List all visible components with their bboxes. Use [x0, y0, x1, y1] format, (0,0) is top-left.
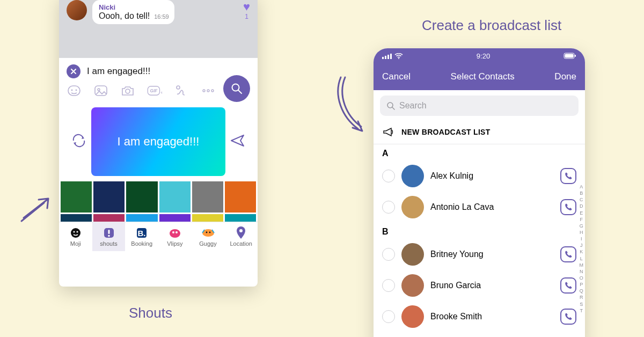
- avatar: [401, 243, 424, 266]
- index-letter[interactable]: O: [580, 275, 584, 281]
- section-header: A: [374, 144, 585, 160]
- contact-row[interactable]: Britney Young: [374, 239, 585, 270]
- camera-icon[interactable]: [120, 84, 135, 98]
- contacts-list: AAlex KulnigAntonio La CavaBBritney Youn…: [374, 144, 585, 332]
- index-letter[interactable]: G: [580, 223, 584, 229]
- viber-badge: [560, 199, 576, 215]
- alpha-index[interactable]: ABCDEFGHIJKLMNOPQRST: [580, 184, 584, 314]
- tab-vlipsy[interactable]: Vlipsy: [158, 222, 192, 251]
- index-letter[interactable]: H: [580, 229, 584, 236]
- svg-point-5: [126, 89, 130, 93]
- select-checkbox[interactable]: [382, 248, 395, 261]
- avatar: [401, 196, 424, 218]
- index-letter[interactable]: C: [580, 196, 584, 203]
- svg-point-4: [98, 89, 100, 91]
- index-letter[interactable]: L: [580, 255, 584, 262]
- bg-swatch[interactable]: [61, 214, 92, 222]
- svg-text:+: +: [160, 90, 162, 96]
- battery-icon: [564, 53, 576, 59]
- index-letter[interactable]: I: [580, 236, 584, 242]
- done-button[interactable]: Done: [554, 71, 576, 82]
- bg-swatch[interactable]: [126, 181, 157, 213]
- wifi-icon: [394, 53, 403, 59]
- send-button[interactable]: [225, 129, 250, 154]
- background-grid: [59, 181, 258, 222]
- search-fab[interactable]: [223, 75, 250, 102]
- bg-swatch[interactable]: [159, 181, 191, 213]
- svg-rect-36: [575, 55, 576, 57]
- index-letter[interactable]: E: [580, 210, 584, 216]
- index-letter[interactable]: T: [580, 307, 584, 314]
- bg-swatch[interactable]: [93, 181, 125, 213]
- index-letter[interactable]: D: [580, 203, 584, 209]
- reaction-heart[interactable]: ♥ 1: [243, 1, 250, 20]
- svg-text:GIF: GIF: [150, 89, 158, 93]
- cycle-button[interactable]: [67, 129, 91, 154]
- tab-shouts[interactable]: shouts: [92, 222, 126, 251]
- picture-icon[interactable]: [93, 84, 108, 98]
- sticker-icon[interactable]: [67, 84, 82, 98]
- index-letter[interactable]: K: [580, 248, 584, 255]
- select-checkbox[interactable]: [382, 310, 395, 323]
- bg-swatch[interactable]: [61, 181, 92, 213]
- more-icon[interactable]: [201, 84, 216, 98]
- cancel-button[interactable]: Cancel: [382, 71, 411, 82]
- contact-row[interactable]: Brooke Smith: [374, 301, 585, 332]
- index-letter[interactable]: R: [580, 294, 584, 301]
- shout-card[interactable]: I am engaged!!!: [91, 107, 225, 176]
- select-checkbox[interactable]: [382, 201, 395, 214]
- clear-button[interactable]: [67, 64, 80, 78]
- avatar[interactable]: [67, 0, 87, 20]
- contact-name: Brooke Smith: [430, 312, 554, 321]
- svg-rect-29: [382, 57, 384, 59]
- tab-guggy[interactable]: Guggy: [192, 222, 225, 251]
- svg-point-28: [239, 229, 243, 232]
- index-letter[interactable]: J: [580, 242, 584, 248]
- bg-swatch[interactable]: [192, 214, 223, 222]
- compose-input[interactable]: I am engaged!!!: [87, 66, 250, 77]
- caption-broadcast: Create a broadcast list: [422, 17, 561, 34]
- svg-point-24: [175, 231, 178, 233]
- gif-icon[interactable]: GIF+: [147, 84, 162, 98]
- index-letter[interactable]: Q: [580, 288, 584, 294]
- shouts-icon: [92, 225, 126, 240]
- doodle-icon[interactable]: [174, 84, 189, 98]
- index-letter[interactable]: A: [580, 184, 584, 190]
- index-letter[interactable]: P: [580, 281, 584, 288]
- search-input[interactable]: Search: [380, 96, 579, 116]
- svg-text:B.: B.: [138, 229, 146, 238]
- index-letter[interactable]: S: [580, 301, 584, 307]
- contact-row[interactable]: Alex Kulnig: [374, 160, 585, 192]
- new-broadcast-row[interactable]: NEW BROADCAST LIST: [374, 121, 585, 144]
- guggy-icon: [192, 225, 225, 240]
- svg-rect-35: [565, 54, 574, 58]
- svg-point-1: [71, 90, 73, 91]
- message-bubble[interactable]: Nicki Oooh, do tell! 16:59: [92, 0, 174, 24]
- bg-swatch[interactable]: [126, 214, 157, 222]
- tab-moji[interactable]: Moji: [59, 222, 92, 251]
- contact-name: Antonio La Cava: [430, 202, 554, 212]
- avatar: [401, 305, 424, 328]
- index-letter[interactable]: F: [580, 216, 584, 223]
- index-letter[interactable]: N: [580, 268, 584, 275]
- tool-row: GIF+: [59, 80, 258, 103]
- select-checkbox[interactable]: [382, 170, 395, 182]
- index-letter[interactable]: B: [580, 190, 584, 196]
- tab-booking[interactable]: B.Booking: [125, 222, 158, 251]
- bg-swatch[interactable]: [192, 181, 223, 213]
- tab-label: Booking: [125, 240, 158, 247]
- svg-point-9: [177, 86, 180, 89]
- moji-icon: [59, 225, 92, 240]
- bg-swatch[interactable]: [159, 214, 191, 222]
- index-letter[interactable]: M: [580, 262, 584, 268]
- bg-swatch[interactable]: [93, 214, 125, 222]
- bg-swatch[interactable]: [225, 181, 256, 213]
- svg-point-12: [211, 90, 214, 92]
- select-checkbox[interactable]: [382, 279, 395, 292]
- contact-name: Britney Young: [430, 250, 554, 259]
- bg-swatch[interactable]: [225, 214, 256, 222]
- tab-location[interactable]: Location: [224, 222, 258, 251]
- contact-row[interactable]: Antonio La Cava: [374, 192, 585, 223]
- contact-row[interactable]: Bruno Garcia: [374, 270, 585, 301]
- svg-point-16: [76, 231, 78, 233]
